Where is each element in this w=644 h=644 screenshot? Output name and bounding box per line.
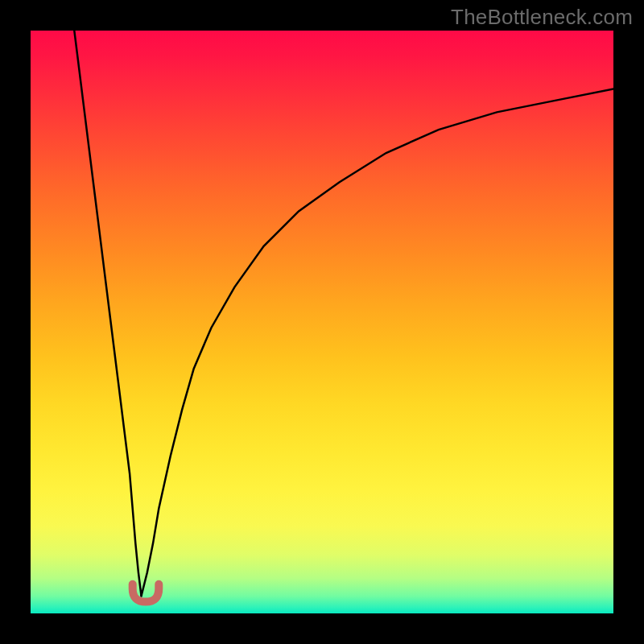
left-branch-path [74, 31, 141, 596]
right-branch-path [142, 89, 613, 596]
curve-layer [31, 31, 613, 613]
minimum-marker [133, 584, 159, 602]
chart-frame: TheBottleneck.com [0, 0, 644, 644]
watermark-text: TheBottleneck.com [451, 5, 633, 30]
plot-area [31, 31, 613, 613]
